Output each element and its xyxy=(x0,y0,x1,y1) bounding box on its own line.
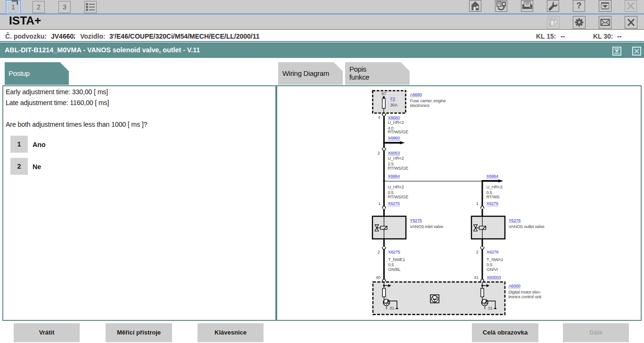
svg-text:X6964: X6964 xyxy=(388,174,400,179)
svg-text:X6276: X6276 xyxy=(487,250,498,254)
svg-text:X6276: X6276 xyxy=(487,201,498,206)
svg-text:31: 31 xyxy=(488,306,493,310)
svg-text:U_HR<2: U_HR<2 xyxy=(487,185,503,189)
svg-text:41: 41 xyxy=(474,275,479,280)
svg-text:Digital motor elec-: Digital motor elec- xyxy=(508,290,541,294)
svg-text:2.5: 2.5 xyxy=(388,162,394,166)
svg-text:X6053: X6053 xyxy=(388,151,400,155)
svg-text:F2: F2 xyxy=(390,97,395,101)
svg-text:U_HR<2: U_HR<2 xyxy=(388,156,404,161)
svg-text:X6275: X6275 xyxy=(388,250,400,254)
svg-text:31: 31 xyxy=(389,306,394,310)
svg-text:Fuse carrier, engine: Fuse carrier, engine xyxy=(410,98,446,103)
svg-text:U_HR<2: U_HR<2 xyxy=(388,185,404,189)
svg-text:1: 1 xyxy=(378,201,380,206)
svg-text:T_NWE1: T_NWE1 xyxy=(388,257,405,262)
svg-text:T_NWA1: T_NWA1 xyxy=(487,257,504,262)
svg-text:X60003: X60003 xyxy=(487,275,501,280)
svg-text:87: 87 xyxy=(381,91,386,96)
svg-text:X6960: X6960 xyxy=(388,136,400,140)
svg-text:Y6276: Y6276 xyxy=(509,218,520,223)
svg-text:RT/WS/GE: RT/WS/GE xyxy=(388,166,408,171)
svg-text:RT/WS/GE: RT/WS/GE xyxy=(388,130,408,134)
svg-text:Y6275: Y6275 xyxy=(410,218,421,223)
svg-text:X8680: X8680 xyxy=(388,115,400,120)
svg-text:30A: 30A xyxy=(390,103,398,107)
svg-text:4: 4 xyxy=(378,115,380,120)
svg-text:GN/VI: GN/VI xyxy=(487,267,498,272)
svg-text:X6275: X6275 xyxy=(388,201,400,206)
svg-text:A6000: A6000 xyxy=(508,284,520,288)
svg-text:U_HR<2: U_HR<2 xyxy=(388,120,404,125)
svg-text:X6964: X6964 xyxy=(487,174,498,179)
svg-text:VANOS inlet valve: VANOS inlet valve xyxy=(410,224,443,229)
svg-text:GN/BL: GN/BL xyxy=(388,267,400,272)
svg-text:RT/WS: RT/WS xyxy=(487,195,500,199)
svg-text:RT/WS/GE: RT/WS/GE xyxy=(388,195,408,199)
svg-text:1: 1 xyxy=(476,201,479,206)
svg-text:0.5: 0.5 xyxy=(388,262,394,267)
svg-text:2: 2 xyxy=(378,250,380,254)
svg-text:40: 40 xyxy=(376,275,380,280)
svg-text:0.5: 0.5 xyxy=(487,262,492,267)
svg-text:A8680: A8680 xyxy=(410,92,422,97)
svg-text:2: 2 xyxy=(378,151,380,155)
svg-text:tronics control unit: tronics control unit xyxy=(508,294,541,299)
svg-text:2: 2 xyxy=(476,250,479,254)
svg-text:VANOS outlet valve: VANOS outlet valve xyxy=(509,224,545,229)
svg-text:electronics: electronics xyxy=(410,103,430,108)
